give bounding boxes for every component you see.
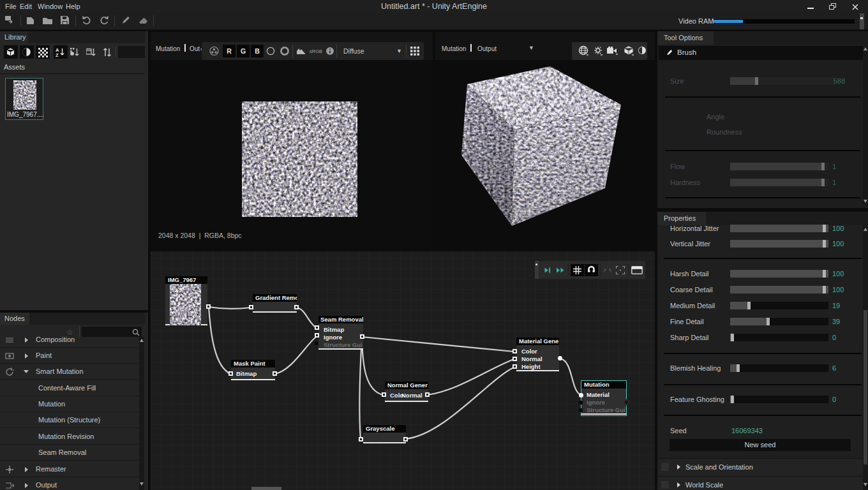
svg-text:Z: Z bbox=[56, 52, 59, 57]
